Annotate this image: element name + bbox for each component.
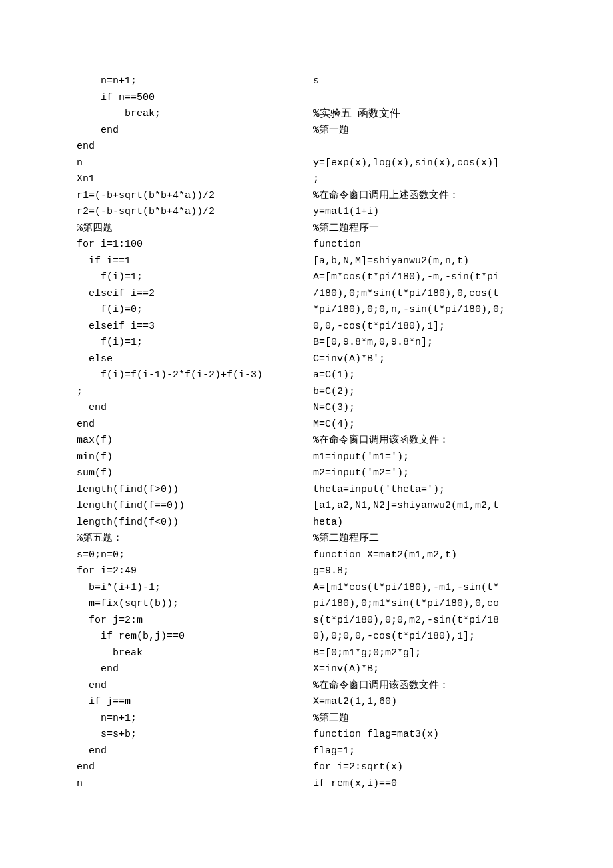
code-line: b=i*(i+1)-1;: [77, 580, 300, 597]
code-line: sum(f): [77, 465, 300, 482]
code-line: A=[m1*cos(t*pi/180),-m1,-sin(t*: [313, 580, 536, 597]
code-line: end: [77, 123, 300, 139]
code-line: end: [77, 661, 300, 678]
code-line: for i=2:49: [77, 563, 300, 580]
document-page: n=n+1; if n==500 break; endendnXn1r1=(-b…: [0, 0, 613, 832]
code-line: n=n+1;: [77, 73, 300, 90]
code-line: end: [77, 743, 300, 760]
code-line: /180),0;m*sin(t*pi/180),0,cos(t: [313, 286, 536, 303]
right-column: s %实验五 函数文件%第一题 y=[exp(x),log(x),sin(x),…: [313, 73, 536, 792]
code-line: end: [77, 678, 300, 695]
code-line: m=fix(sqrt(b));: [77, 596, 300, 613]
code-line: %第四题: [77, 221, 300, 237]
code-line: end: [77, 400, 300, 417]
code-line: %第五题：: [77, 531, 300, 547]
code-line: f(i)=f(i-1)-2*f(i-2)+f(i-3): [77, 367, 300, 384]
code-line: f(i)=0;: [77, 302, 300, 319]
code-line: else: [77, 351, 300, 368]
code-line: *pi/180),0;0,n,-sin(t*pi/180),0;: [313, 302, 536, 319]
code-line: length(find(f>0)): [77, 482, 300, 499]
code-line: if j==m: [77, 694, 300, 711]
code-line: %在命令窗口调用该函数文件：: [313, 433, 536, 449]
code-line: B=[0;m1*g;0;m2*g];: [313, 645, 536, 662]
code-line: max(f): [77, 433, 300, 449]
code-line: if rem(x,i)==0: [313, 776, 536, 793]
code-line: 0,0,-cos(t*pi/180),1];: [313, 319, 536, 335]
code-line: function flag=mat3(x): [313, 727, 536, 743]
code-line: B=[0,9.8*m,0,9.8*n];: [313, 335, 536, 351]
code-line: function: [313, 237, 536, 253]
code-line: f(i)=1;: [77, 335, 300, 351]
code-line: heta): [313, 515, 536, 531]
code-line: s(t*pi/180),0;0,m2,-sin(t*pi/18: [313, 613, 536, 629]
code-line: [a1,a2,N1,N2]=shiyanwu2(m1,m2,t: [313, 498, 536, 515]
code-line: b=C(2);: [313, 384, 536, 401]
code-line: ;: [77, 384, 300, 401]
code-line: break;: [77, 106, 300, 123]
code-line: if rem(b,j)==0: [77, 629, 300, 645]
code-line: if i==1: [77, 253, 300, 270]
code-line: %第三题: [313, 711, 536, 727]
code-line: s=0;n=0;: [77, 547, 300, 564]
code-line: C=inv(A)*B';: [313, 351, 536, 368]
code-line: Xn1: [77, 171, 300, 188]
code-line: function X=mat2(m1,m2,t): [313, 547, 536, 564]
code-line: f(i)=1;: [77, 269, 300, 286]
code-line: m1=input('m1=');: [313, 449, 536, 466]
left-column: n=n+1; if n==500 break; endendnXn1r1=(-b…: [77, 73, 300, 792]
code-line: for i=1:100: [77, 237, 300, 253]
code-line: pi/180),0;m1*sin(t*pi/180),0,co: [313, 596, 536, 613]
code-line: break: [77, 645, 300, 662]
code-line: end: [77, 759, 300, 776]
code-line: theta=input('theta=');: [313, 482, 536, 499]
code-line: %在命令窗口调用上述函数文件：: [313, 188, 536, 205]
code-line: m2=input('m2=');: [313, 465, 536, 482]
code-line: M=C(4);: [313, 417, 536, 433]
code-line: n=n+1;: [77, 711, 300, 727]
code-line: y=[exp(x),log(x),sin(x),cos(x)]: [313, 155, 536, 172]
code-line: n: [77, 776, 300, 793]
code-line: for i=2:sqrt(x): [313, 759, 536, 776]
code-line: ;: [313, 171, 536, 188]
code-line: 0),0;0,0,-cos(t*pi/180),1];: [313, 629, 536, 645]
code-line: y=mat1(1+i): [313, 204, 536, 221]
code-line: a=C(1);: [313, 367, 536, 384]
code-line: [a,b,N,M]=shiyanwu2(m,n,t): [313, 253, 536, 270]
code-line: %第一题: [313, 123, 536, 139]
code-line: %在命令窗口调用该函数文件：: [313, 678, 536, 695]
code-line: X=inv(A)*B;: [313, 661, 536, 678]
code-line: n: [77, 155, 300, 172]
code-line: if n==500: [77, 90, 300, 107]
code-line: %第二题程序一: [313, 221, 536, 237]
code-line: length(find(f<0)): [77, 515, 300, 531]
code-line: r2=(-b-sqrt(b*b+4*a))/2: [77, 204, 300, 221]
code-line: %实验五 函数文件: [313, 106, 536, 123]
code-line: A=[m*cos(t*pi/180),-m,-sin(t*pi: [313, 269, 536, 286]
code-line: s: [313, 73, 536, 90]
code-line: r1=(-b+sqrt(b*b+4*a))/2: [77, 188, 300, 205]
code-line: [313, 90, 536, 107]
code-line: elseif i==2: [77, 286, 300, 303]
code-line: elseif i==3: [77, 319, 300, 335]
code-line: min(f): [77, 449, 300, 466]
code-line: s=s+b;: [77, 727, 300, 743]
code-line: for j=2:m: [77, 613, 300, 629]
code-line: N=C(3);: [313, 400, 536, 417]
code-line: [313, 139, 536, 155]
code-line: X=mat2(1,1,60): [313, 694, 536, 711]
code-line: end: [77, 139, 300, 155]
code-line: g=9.8;: [313, 563, 536, 580]
code-line: %第二题程序二: [313, 531, 536, 547]
code-line: end: [77, 417, 300, 433]
code-line: flag=1;: [313, 743, 536, 760]
code-line: length(find(f==0)): [77, 498, 300, 515]
